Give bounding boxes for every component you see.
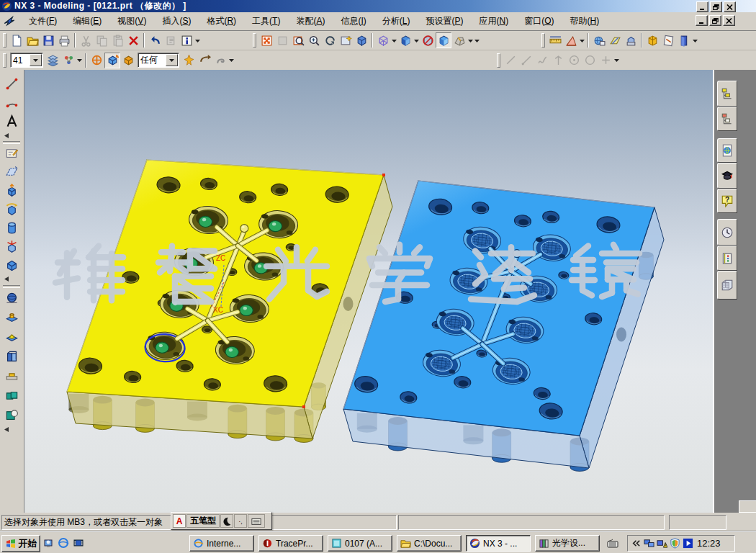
combo-dropdown-button[interactable] (166, 54, 178, 66)
restore-button[interactable] (710, 1, 722, 12)
wcs-origin-button[interactable] (89, 53, 104, 68)
dropdown-arrow[interactable] (194, 32, 201, 48)
keyboard-icon[interactable] (606, 538, 620, 552)
pocket-button[interactable] (2, 328, 21, 346)
dropdown-arrow[interactable] (413, 32, 420, 48)
chevrons-left-tray-icon[interactable] (631, 538, 642, 549)
open-button[interactable] (24, 32, 40, 48)
task-task-0107[interactable]: 0107 (A... (328, 535, 392, 552)
ql-media[interactable] (73, 537, 84, 549)
menu-P[interactable]: 预设置(P) (418, 13, 471, 30)
hidden-edges-button[interactable] (420, 32, 436, 48)
ime-scheme[interactable]: 五笔型 (186, 514, 220, 528)
information-button[interactable] (179, 32, 194, 48)
shaded-active-button[interactable] (436, 32, 451, 48)
datum-plane-button[interactable] (2, 163, 21, 180)
pan-view-button[interactable] (338, 32, 354, 48)
plus-point-button[interactable] (598, 53, 613, 68)
close-button[interactable] (724, 1, 736, 12)
menu-S[interactable]: 插入(S) (154, 13, 199, 30)
ime-indicator[interactable]: A (173, 514, 186, 528)
close-button[interactable] (723, 15, 735, 26)
player-blue-tray-icon[interactable] (683, 538, 693, 549)
repeat-button[interactable] (163, 32, 179, 48)
measure-angle-button[interactable] (563, 32, 579, 48)
menu-E[interactable]: 编辑(E) (65, 13, 109, 30)
display-scene-button[interactable] (591, 32, 607, 48)
zoom-inout-button[interactable] (274, 32, 290, 48)
sketch-page-button[interactable] (660, 32, 676, 48)
axis-point-button[interactable] (550, 53, 566, 68)
display-section-button[interactable] (607, 32, 623, 48)
internet-browser-tab[interactable] (717, 138, 737, 163)
task-task-folder[interactable]: C:\Docu... (397, 535, 462, 552)
dropdown-arrow[interactable] (228, 53, 235, 68)
wireframe-button[interactable] (375, 32, 391, 48)
collapse-arrow[interactable] (2, 426, 21, 433)
ime-soft-keyboard-button[interactable] (248, 514, 265, 528)
menu-R[interactable]: 格式(R) (199, 13, 244, 30)
menu-A[interactable]: 装配(A) (288, 13, 333, 30)
task-task-tracepro[interactable]: TracePr... (258, 535, 323, 552)
dropdown-arrow[interactable] (692, 32, 698, 48)
undo-button[interactable] (147, 32, 163, 48)
paste-button[interactable] (109, 32, 125, 48)
shaded-button[interactable] (397, 32, 413, 48)
unite-button[interactable] (2, 387, 21, 404)
task-task-ie[interactable]: Interne... (189, 535, 254, 552)
training-tab[interactable] (717, 163, 737, 189)
twist-button[interactable] (212, 53, 228, 68)
copy-button[interactable] (94, 32, 109, 48)
graphics-viewport[interactable]: ZCXC雅智光学透镜 (24, 70, 713, 513)
zoom-in-button[interactable] (306, 32, 322, 48)
open-folder-part-button[interactable] (644, 32, 660, 48)
combo-dropdown-button[interactable] (30, 54, 42, 66)
pad-button[interactable] (2, 348, 21, 365)
extrude-button[interactable] (2, 181, 21, 199)
dropdown-arrow[interactable] (579, 32, 585, 48)
ql-ie[interactable] (58, 537, 69, 549)
dropdown-arrow[interactable] (474, 32, 480, 48)
collapse-arrow[interactable] (2, 132, 21, 140)
shield-antivirus-tray-icon[interactable] (670, 538, 680, 549)
print-button[interactable] (56, 32, 72, 48)
assembly-navigator-tab[interactable] (717, 81, 737, 107)
collapse-arrow[interactable] (2, 275, 21, 283)
text-note-button[interactable] (2, 112, 21, 130)
row1-view-grip[interactable] (253, 33, 256, 48)
minimize-button[interactable] (696, 1, 708, 12)
cylinder-button[interactable] (2, 219, 21, 236)
sketch-button[interactable] (2, 144, 21, 161)
network-monitors-tray-icon[interactable] (644, 538, 654, 549)
combo-任何[interactable]: 任何 (138, 53, 179, 68)
fit-view-button[interactable] (258, 32, 274, 48)
ql-desktop[interactable] (42, 537, 54, 549)
menu-H[interactable]: 帮助(H) (562, 13, 607, 30)
alert-monitor-tray-icon[interactable] (657, 538, 667, 549)
layer-settings-button[interactable] (45, 53, 60, 68)
rotate-view-button[interactable] (322, 32, 338, 48)
boss-button[interactable] (2, 309, 21, 326)
row2-curve-grip[interactable] (497, 53, 500, 68)
dropdown-arrow[interactable] (391, 32, 397, 48)
start-button[interactable]: 开始 (1, 535, 40, 552)
layer-visible-button[interactable] (60, 53, 76, 68)
ime-punctuation-button[interactable]: ·, (234, 514, 247, 528)
block-button[interactable] (2, 256, 21, 274)
revolve-button[interactable] (2, 200, 21, 217)
part-navigator-tab[interactable] (717, 107, 737, 131)
dropdown-arrow[interactable] (613, 53, 620, 68)
menu-N[interactable]: 应用(N) (471, 13, 516, 30)
row1-standard-grip[interactable] (3, 33, 6, 48)
dropdown-arrow[interactable] (467, 32, 474, 48)
datum-csys-button[interactable] (2, 238, 21, 255)
delete-button[interactable] (125, 32, 141, 48)
help-bubble-tab[interactable]: ? (717, 189, 737, 213)
combo-41[interactable]: 41 (10, 53, 43, 68)
zoom-box-button[interactable] (290, 32, 306, 48)
spline-button[interactable] (534, 53, 550, 68)
wcs-dynamics-button[interactable] (104, 53, 120, 68)
display-print3d-button[interactable] (623, 32, 639, 48)
dropdown-arrow[interactable] (76, 53, 83, 68)
subtract-button[interactable] (2, 406, 21, 423)
